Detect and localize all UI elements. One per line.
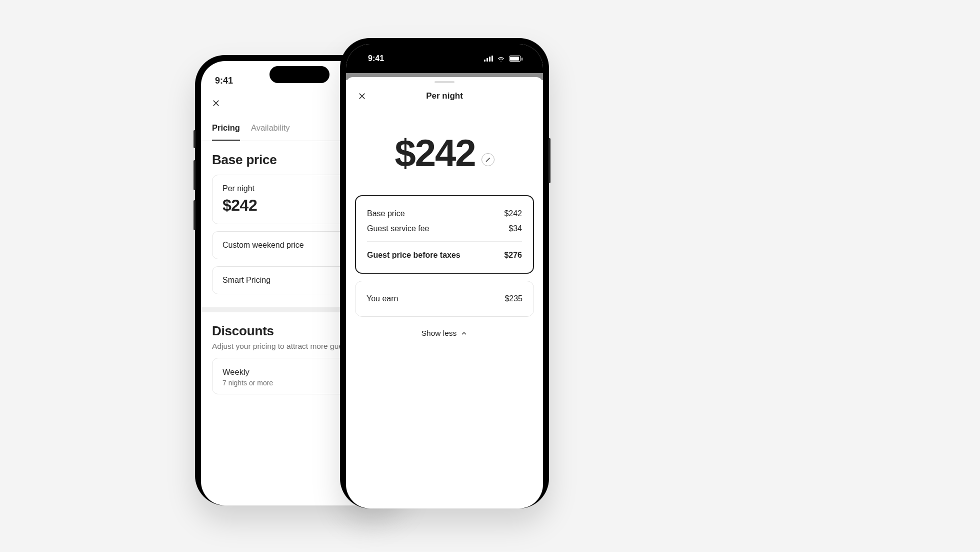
cellular-signal-icon (484, 56, 493, 62)
service-fee-value: $34 (508, 224, 522, 233)
edit-price-button[interactable] (482, 153, 494, 166)
status-time: 9:41 (215, 76, 233, 86)
base-price-label: Base price (367, 209, 405, 218)
phone-per-night-sheet: 9:41 (340, 38, 549, 508)
tab-pricing[interactable]: Pricing (212, 123, 240, 141)
battery-icon (509, 56, 521, 62)
pencil-icon (485, 157, 491, 163)
show-less-label: Show less (422, 329, 457, 338)
status-time: 9:41 (368, 54, 384, 63)
guest-total-value: $276 (504, 251, 522, 260)
you-earn-label: You earn (366, 294, 398, 303)
base-price-value: $242 (504, 209, 522, 218)
guest-total-label: Guest price before taxes (367, 251, 460, 260)
dynamic-island (270, 66, 330, 83)
status-bar: 9:41 (346, 44, 543, 73)
tab-availability[interactable]: Availability (251, 123, 290, 141)
sheet-grabber[interactable] (434, 81, 454, 83)
sheet-title: Per night (355, 91, 534, 101)
wifi-icon (497, 56, 505, 62)
close-button[interactable] (209, 96, 223, 110)
per-night-sheet: Per night $242 Base price $242 (346, 77, 543, 477)
service-fee-label: Guest service fee (367, 224, 430, 233)
price-breakdown-card: Base price $242 Guest service fee $34 Gu… (355, 195, 534, 274)
you-earn-value: $235 (504, 294, 522, 303)
you-earn-card: You earn $235 (355, 281, 534, 317)
close-icon (212, 99, 220, 108)
hero-price: $242 (394, 134, 475, 172)
show-less-toggle[interactable]: Show less (346, 329, 543, 338)
chevron-up-icon (460, 330, 468, 337)
